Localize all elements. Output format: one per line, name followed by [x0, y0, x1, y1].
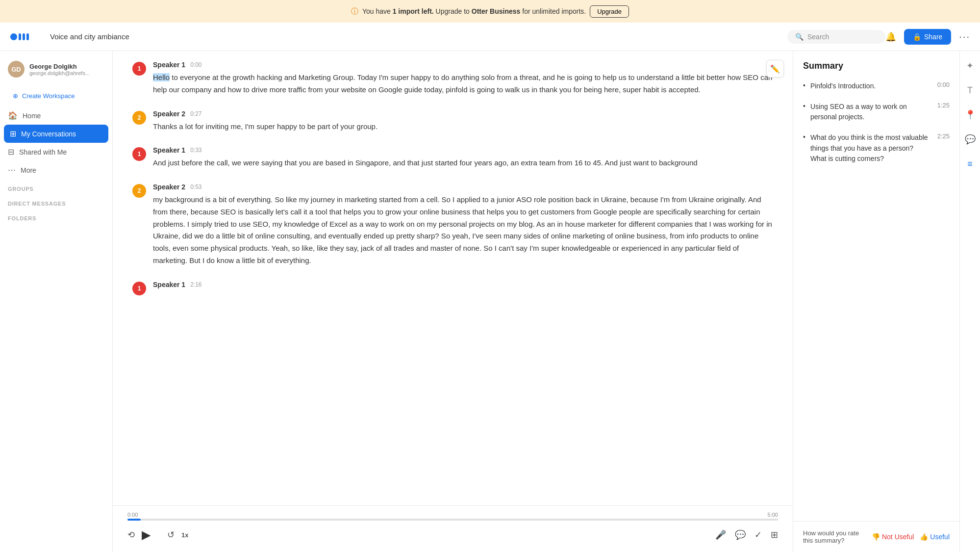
svg-point-0: [10, 33, 17, 40]
play-button[interactable]: ▶: [142, 526, 160, 544]
speaker-time: 2:16: [190, 281, 201, 288]
speech-text: my background is a bit of everything. So…: [153, 194, 773, 267]
user-email: george.dolgikh@ahrefs...: [29, 70, 90, 76]
conversation-block: 1 Speaker 1 0:33 And just before the cal…: [132, 146, 773, 169]
conversation-block: 2 Speaker 2 0:27 Thanks a lot for inviti…: [132, 110, 773, 133]
player-right-icons: 🎤 💬 ✓ ⊞: [715, 529, 778, 540]
speaker-1-badge: 1: [132, 282, 146, 295]
thumbs-up-icon: 👍: [920, 533, 928, 541]
shared-icon: ⊟: [8, 147, 14, 157]
sidebar: GD George Dolgikh george.dolgikh@ahrefs.…: [0, 51, 113, 552]
check-icon-button[interactable]: ✓: [754, 529, 762, 540]
conversations-icon: ⊞: [10, 129, 16, 138]
transcript-area: ✏️ 1 Speaker 1 0:00 Hello to everyone at…: [113, 51, 793, 505]
conversation-body: Speaker 1 0:33 And just before the call,…: [153, 146, 773, 169]
speaker-header: Speaker 1 0:33: [153, 146, 773, 154]
speaker-header: Speaker 1 2:16: [153, 281, 773, 289]
location-icon-button[interactable]: 📍: [962, 107, 978, 123]
sidebar-item-shared-with-me[interactable]: ⊟ Shared with Me: [0, 143, 112, 161]
sidebar-item-home[interactable]: 🏠 Home: [0, 106, 112, 125]
progress-bar-container: 0:00 5:00: [127, 512, 778, 521]
user-info: George Dolgikh george.dolgikh@ahrefs...: [29, 63, 90, 76]
sidebar-item-my-conversations[interactable]: ⊞ My Conversations: [4, 125, 108, 143]
speaker-1-badge: 1: [132, 147, 146, 161]
create-workspace-button[interactable]: ⊕ Create Workspace: [5, 87, 107, 105]
list-icon-button[interactable]: ≡: [962, 156, 978, 172]
highlighted-word: Hello: [153, 73, 170, 81]
more-icon: ⋯: [8, 165, 16, 175]
lock-icon: 🔒: [913, 33, 921, 41]
speaker-time: 0:27: [190, 110, 201, 117]
rating-label: How would you rate this summary?: [803, 529, 866, 544]
speech-text: And just before the call, we were saying…: [153, 157, 773, 169]
banner-text: You have 1 import left. Upgrade to Otter…: [362, 7, 586, 15]
conversation-block: 1 Speaker 1 0:00 Hello to everyone at th…: [132, 61, 773, 96]
home-icon: 🏠: [8, 111, 18, 120]
total-time: 5:00: [768, 512, 778, 518]
summary-item: • Using SEO as a way to work on personal…: [803, 102, 950, 123]
summary-item-time: 1:25: [937, 102, 950, 109]
chat-icon-button[interactable]: 💬: [735, 529, 746, 540]
edit-icon: ✏️: [770, 64, 780, 74]
speaker-name: Speaker 1: [153, 146, 185, 154]
notifications-icon[interactable]: 🔔: [885, 31, 896, 42]
chat-panel-icon-button[interactable]: 💬: [962, 131, 978, 147]
sidebar-item-more[interactable]: ⋯ More: [0, 161, 112, 179]
speaker-time: 0:53: [190, 184, 201, 190]
summary-item: • Pinfold's Introduction. 0:00: [803, 81, 950, 92]
direct-messages-section-label: DIRECT MESSAGES: [0, 194, 112, 209]
speaker-2-badge: 2: [132, 184, 146, 198]
player-controls: ⟲ ▶ ↺ 1x 🎤 💬 ✓ ⊞: [127, 524, 778, 546]
rewind-button[interactable]: ⟲: [127, 529, 135, 540]
more-options-icon[interactable]: ···: [959, 31, 970, 42]
sparkle-icon-button[interactable]: ✦: [962, 58, 978, 74]
conversation-body: Speaker 1 0:00 Hello to everyone at the …: [153, 61, 773, 96]
share-button[interactable]: 🔒 Share: [904, 29, 951, 45]
app-container: Voice and city ambiance 🔍 Search 🔔 🔒 Sha…: [0, 23, 980, 552]
summary-content: Summary • Pinfold's Introduction. 0:00 •…: [793, 51, 959, 521]
rating-section: How would you rate this summary? 👎 Not U…: [793, 521, 959, 552]
speaker-time: 0:00: [190, 61, 201, 68]
user-profile: GD George Dolgikh george.dolgikh@ahrefs.…: [0, 57, 112, 81]
mic-icon-button[interactable]: 🎤: [715, 529, 726, 540]
svg-rect-1: [19, 33, 21, 40]
bullet-icon: •: [803, 133, 805, 141]
progress-fill: [127, 519, 141, 521]
current-time: 0:00: [127, 512, 138, 518]
create-workspace-icon: ⊕: [13, 92, 18, 100]
not-useful-button[interactable]: 👎 Not Useful: [872, 533, 914, 541]
useful-button[interactable]: 👍 Useful: [920, 533, 950, 541]
conversation-body: Speaker 1 2:16: [153, 281, 773, 291]
speed-button[interactable]: 1x: [181, 531, 188, 539]
upgrade-button[interactable]: Upgrade: [590, 5, 629, 18]
panel-toolbar: ✦ T 📍 💬 ≡: [959, 51, 980, 552]
summary-title: Summary: [803, 61, 950, 71]
search-bar[interactable]: 🔍 Search: [787, 30, 885, 44]
avatar: GD: [8, 61, 25, 78]
speaker-time: 0:33: [190, 147, 201, 154]
summary-item-time: 2:25: [937, 132, 950, 140]
logo: [10, 30, 35, 44]
thumbs-down-icon: 👎: [872, 533, 880, 541]
speaker-name: Speaker 2: [153, 183, 185, 191]
summary-item-text: What do you think is the most valuable t…: [810, 132, 930, 164]
speaker-2-badge: 2: [132, 111, 146, 125]
search-icon: 🔍: [795, 33, 804, 41]
progress-bar[interactable]: [127, 519, 778, 521]
speaker-name: Speaker 1: [153, 281, 185, 289]
speaker-name: Speaker 1: [153, 61, 185, 69]
conversation-body: Speaker 2 0:53 my background is a bit of…: [153, 183, 773, 267]
user-name: George Dolgikh: [29, 63, 90, 70]
image-icon-button[interactable]: ⊞: [771, 529, 778, 540]
svg-rect-3: [26, 33, 29, 40]
search-placeholder: Search: [807, 33, 829, 41]
main-content: ✏️ 1 Speaker 1 0:00 Hello to everyone at…: [113, 51, 793, 552]
edit-button[interactable]: ✏️: [766, 60, 784, 78]
fast-forward-button[interactable]: ↺: [167, 529, 175, 540]
progress-times: 0:00 5:00: [127, 512, 778, 518]
speaker-header: Speaker 2 0:27: [153, 110, 773, 118]
summary-item-text: Using SEO as a way to work on personal p…: [810, 102, 930, 123]
summary-panel: Summary • Pinfold's Introduction. 0:00 •…: [793, 51, 959, 552]
text-icon-button[interactable]: T: [962, 82, 978, 98]
header: Voice and city ambiance 🔍 Search 🔔 🔒 Sha…: [0, 23, 980, 51]
